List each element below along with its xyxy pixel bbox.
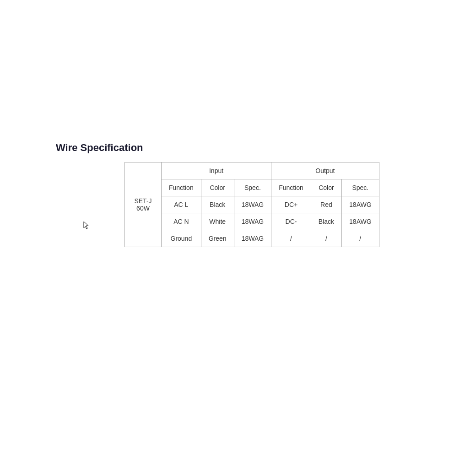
output-spec-2: /	[342, 230, 379, 247]
table-row: AC N White 18WAG DC- Black 18AWG	[125, 213, 379, 230]
col-header-row: Function Color Spec. Function Color Spec…	[125, 179, 379, 196]
page-container: Wire Specification SET-J 60W Input Outpu…	[0, 0, 476, 476]
input-color-1: White	[201, 213, 234, 230]
output-color-2: /	[311, 230, 341, 247]
output-function-0: DC+	[271, 196, 311, 213]
output-spec-0: 18AWG	[342, 196, 379, 213]
output-color-header: Color	[311, 179, 341, 196]
input-color-header: Color	[201, 179, 234, 196]
output-spec-header: Spec.	[342, 179, 379, 196]
wire-spec-table: SET-J 60W Input Output Function Color Sp…	[124, 162, 379, 247]
input-spec-0: 18WAG	[234, 196, 271, 213]
output-color-1: Black	[311, 213, 341, 230]
section-title: Wire Specification	[56, 142, 476, 154]
input-color-0: Black	[201, 196, 234, 213]
input-group-header: Input	[162, 162, 271, 179]
output-function-header: Function	[271, 179, 311, 196]
table-row: Ground Green 18WAG / / /	[125, 230, 379, 247]
input-function-header: Function	[162, 179, 201, 196]
group-header-row: SET-J 60W Input Output	[125, 162, 379, 179]
output-color-0: Red	[311, 196, 341, 213]
output-spec-1: 18AWG	[342, 213, 379, 230]
input-function-0: AC L	[162, 196, 201, 213]
model-cell: SET-J 60W	[125, 162, 162, 247]
input-color-2: Green	[201, 230, 234, 247]
input-spec-header: Spec.	[234, 179, 271, 196]
table-row: AC L Black 18WAG DC+ Red 18AWG	[125, 196, 379, 213]
cursor-icon	[83, 221, 89, 229]
input-spec-2: 18WAG	[234, 230, 271, 247]
input-function-1: AC N	[162, 213, 201, 230]
output-group-header: Output	[271, 162, 379, 179]
input-function-2: Ground	[162, 230, 201, 247]
input-spec-1: 18WAG	[234, 213, 271, 230]
output-function-2: /	[271, 230, 311, 247]
output-function-1: DC-	[271, 213, 311, 230]
